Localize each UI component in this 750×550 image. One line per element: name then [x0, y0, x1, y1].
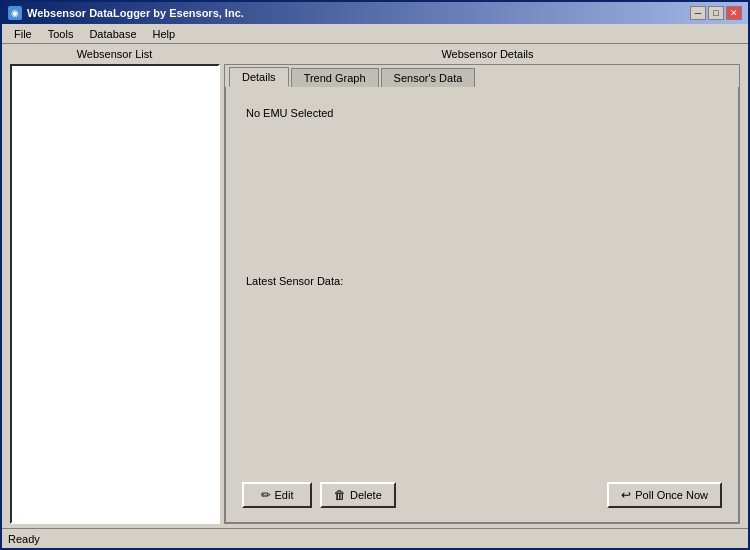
websensor-list-panel[interactable]: [10, 64, 220, 524]
tab-sensors-data[interactable]: Sensor's Data: [381, 68, 476, 87]
tab-bar: Details Trend Graph Sensor's Data: [225, 65, 739, 87]
websensor-details-panel: Details Trend Graph Sensor's Data No EMU…: [224, 64, 740, 524]
window-controls: ─ □ ✕: [690, 6, 742, 20]
poll-icon: ↩: [621, 488, 631, 502]
main-window: ◉ Websensor DataLogger by Esensors, Inc.…: [0, 0, 750, 550]
menu-help[interactable]: Help: [145, 26, 184, 42]
edit-icon: ✏: [261, 488, 271, 502]
title-bar: ◉ Websensor DataLogger by Esensors, Inc.…: [2, 2, 748, 24]
close-button[interactable]: ✕: [726, 6, 742, 20]
menu-tools[interactable]: Tools: [40, 26, 82, 42]
edit-button-label: Edit: [275, 489, 294, 501]
menu-file[interactable]: File: [6, 26, 40, 42]
poll-button-label: Poll Once Now: [635, 489, 708, 501]
status-bar: Ready: [2, 528, 748, 548]
edit-button[interactable]: ✏ Edit: [242, 482, 312, 508]
minimize-button[interactable]: ─: [690, 6, 706, 20]
details-area: No EMU Selected Latest Sensor Data:: [234, 95, 730, 476]
right-panel-header: Websensor Details: [227, 48, 748, 60]
maximize-button[interactable]: □: [708, 6, 724, 20]
tab-details[interactable]: Details: [229, 67, 289, 87]
no-emu-message: No EMU Selected: [238, 99, 726, 127]
button-area: ✏ Edit 🗑 Delete ↩ Poll Once Now: [234, 476, 730, 514]
delete-icon: 🗑: [334, 488, 346, 502]
tab-content-area: No EMU Selected Latest Sensor Data: ✏ Ed…: [225, 87, 739, 523]
left-panel-header: Websensor List: [2, 48, 227, 60]
menu-bar: File Tools Database Help: [2, 24, 748, 44]
menu-database[interactable]: Database: [81, 26, 144, 42]
window-title: Websensor DataLogger by Esensors, Inc.: [27, 7, 244, 19]
app-icon: ◉: [8, 6, 22, 20]
delete-button[interactable]: 🗑 Delete: [320, 482, 396, 508]
latest-sensor-label: Latest Sensor Data:: [238, 267, 726, 295]
column-headers: Websensor List Websensor Details: [2, 44, 748, 62]
panels-area: Details Trend Graph Sensor's Data No EMU…: [2, 62, 748, 528]
tab-trend-graph[interactable]: Trend Graph: [291, 68, 379, 87]
status-text: Ready: [8, 533, 40, 545]
poll-once-now-button[interactable]: ↩ Poll Once Now: [607, 482, 722, 508]
delete-button-label: Delete: [350, 489, 382, 501]
title-bar-left: ◉ Websensor DataLogger by Esensors, Inc.: [8, 6, 244, 20]
main-content: Websensor List Websensor Details Details…: [2, 44, 748, 548]
